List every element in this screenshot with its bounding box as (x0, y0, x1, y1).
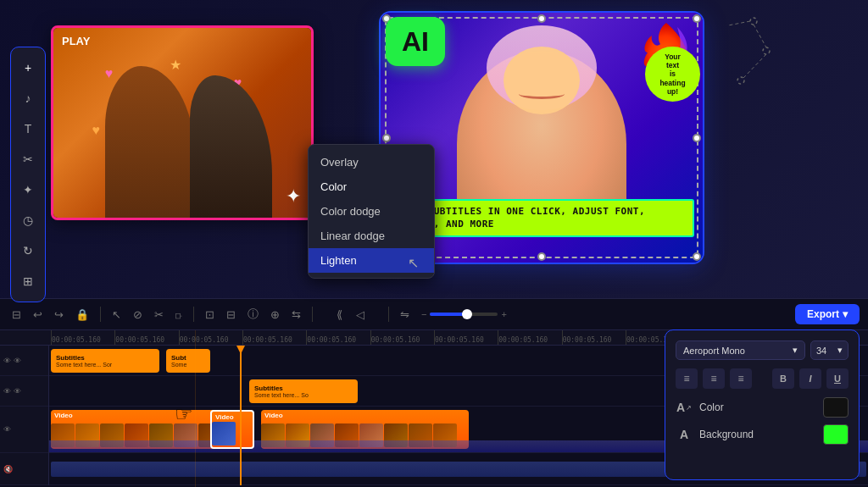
sidebar-text-icon[interactable]: T (16, 117, 40, 141)
main-controls-bar: ⊟ ↩ ↪ 🔒 ↖ ⊘ ✂ ⟥ ⊡ ⊟ ⓘ ⊕ ⇆ ⟪ ◁ ⇋ − + (0, 298, 868, 330)
video-clip-label-2: Video (264, 412, 283, 419)
undo-icon[interactable]: ↩ (30, 306, 46, 324)
font-selector-row: Aeroport Mono ▾ 34 ▾ (676, 340, 849, 360)
svg-line-3 (754, 25, 766, 47)
fire-text-bubble: Yourtextisheatingup! (645, 47, 700, 102)
ruler-mark-6: 00:00:05.160 (370, 330, 434, 345)
zoom-handle[interactable] (462, 309, 472, 319)
zoom-minus[interactable]: − (421, 309, 426, 319)
color-swatch-background[interactable] (823, 424, 849, 445)
sidebar-add-icon[interactable]: + (16, 56, 40, 80)
bg-letter-icon: A (680, 428, 688, 441)
sidebar-music-icon[interactable]: ♪ (16, 86, 40, 110)
blend-item-lighten[interactable]: Lighten ↖ (309, 248, 434, 273)
blend-item-linear-dodge[interactable]: Linear dodge (309, 224, 434, 248)
sidebar-effects-icon[interactable]: ✦ (16, 178, 40, 202)
align-center-button[interactable]: ≡ (703, 368, 725, 389)
redo-icon[interactable]: ↪ (51, 306, 67, 324)
color-row: A ↗ Color (676, 397, 849, 418)
svg-line-5 (728, 21, 750, 25)
color-icon: A ↗ (676, 399, 693, 416)
color-swatch-text[interactable] (823, 397, 849, 418)
eye-icon-2[interactable]: 👁 (14, 357, 21, 365)
align-left-button[interactable]: ≡ (676, 368, 698, 389)
color-label: Color (699, 401, 816, 413)
video-bg-couple: PLAY ♥ ♥ ♥ ♥ ♥ ★ ✦ (53, 28, 311, 218)
export-chevron: ▾ (843, 308, 848, 320)
zoom-slider[interactable] (430, 313, 498, 316)
svg-point-1 (763, 47, 770, 54)
separator-3 (312, 307, 313, 322)
sidebar-grid-icon[interactable]: ⊞ (16, 269, 40, 293)
image-icon[interactable]: ⊡ (202, 306, 218, 324)
eye-icon-3[interactable]: 👁 (3, 387, 11, 396)
separator-1 (100, 307, 101, 322)
layer-icon[interactable]: ⊕ (267, 306, 283, 324)
scissors-icon[interactable]: ✂ (151, 306, 167, 324)
blend-item-color[interactable]: Color (309, 174, 434, 199)
lock-icon[interactable]: 🔒 (72, 306, 92, 324)
zoom-plus[interactable]: + (501, 309, 506, 319)
link2-icon[interactable]: ⇋ (397, 306, 413, 324)
font-name-label: Aeroport Mono (683, 346, 745, 356)
filter-icon[interactable]: ⊟ (8, 306, 25, 324)
prev-frame-icon[interactable]: ⟪ (333, 306, 346, 324)
bold-button[interactable]: B (772, 368, 794, 389)
link-icon[interactable]: ⇆ (288, 306, 304, 324)
font-name-selector[interactable]: Aeroport Mono ▾ (676, 340, 805, 360)
thumb-sel-1 (212, 422, 236, 445)
eye-icon-4[interactable]: 👁 (14, 387, 21, 396)
video-preview-left: PLAY ♥ ♥ ♥ ♥ ♥ ★ ✦ (51, 25, 314, 220)
prev-icon[interactable]: ◁ (353, 306, 368, 324)
font-dropdown-chevron: ▾ (793, 345, 798, 356)
svg-point-2 (737, 77, 744, 84)
playhead (240, 346, 242, 485)
subtitle-clip-1[interactable]: Subtitles Some text here... Sor (51, 349, 159, 373)
ruler-mark-2: 00:00:05.160 (114, 330, 178, 345)
ai-badge: AI (386, 17, 445, 66)
crop-icon[interactable]: ⊟ (223, 306, 239, 324)
background-row: A Background (676, 424, 849, 445)
video-thumbnails-selected (212, 422, 253, 447)
sidebar-timer-icon[interactable]: ◷ (16, 208, 40, 232)
sidebar-trim-icon[interactable]: ✂ (16, 147, 40, 171)
cursor-icon[interactable]: ↖ (108, 306, 125, 324)
video-clip-label-1: Video (54, 412, 73, 419)
eye-icon-5[interactable]: 👁 (3, 425, 11, 434)
mute-icon[interactable]: 🔇 (3, 465, 13, 473)
clip-title-3: Subtitles (254, 385, 353, 392)
main-wrapper: + ♪ T ✂ ✦ ◷ ↻ ⊞ PLAY ♥ ♥ ♥ ♥ ♥ ★ ✦ Overl… (0, 0, 868, 487)
ruler-mark-1: 00:00:05.160 (51, 330, 114, 345)
underline-button[interactable]: U (826, 368, 849, 389)
svg-line-4 (743, 54, 766, 78)
ruler-mark-9: 00:00:05.160 (562, 330, 626, 345)
left-sidebar: + ♪ T ✂ ✦ ◷ ↻ ⊞ (10, 47, 46, 302)
subtitle-clip-3[interactable]: Subtitles Some text here... So (249, 379, 358, 403)
font-size-chevron: ▾ (837, 345, 843, 356)
face (504, 47, 580, 114)
export-button[interactable]: Export ▾ (795, 304, 860, 324)
color-arrow-icon: ↗ (686, 404, 692, 412)
track-label-3: 👁 (0, 407, 48, 453)
ruler-mark-5: 00:00:05.160 (306, 330, 370, 345)
info-icon[interactable]: ⓘ (244, 304, 262, 324)
smile (519, 89, 565, 99)
background-label: Background (699, 429, 816, 440)
video-clip-selected[interactable]: Video (210, 410, 254, 449)
blend-item-color-dodge[interactable]: Color dodge (309, 199, 434, 224)
slice-icon[interactable]: ⊘ (130, 306, 146, 324)
ruler-mark-4: 00:00:05.160 (242, 330, 306, 345)
background-icon: A (676, 426, 693, 443)
subtitle-clip-2[interactable]: Subt Some (166, 349, 210, 373)
track-label-2: 👁 👁 (0, 376, 48, 407)
font-size-selector[interactable]: 34 ▾ (810, 340, 849, 360)
sidebar-refresh-icon[interactable]: ↻ (16, 239, 40, 263)
ruler-mark-3: 00:00:05.160 (179, 330, 242, 345)
dashed-bracket (694, 13, 771, 89)
align-right-button[interactable]: ≡ (730, 368, 752, 389)
trim-icon[interactable]: ⟥ (172, 306, 186, 324)
italic-button[interactable]: I (799, 368, 821, 389)
blend-item-overlay[interactable]: Overlay (309, 150, 434, 174)
eye-icon-1[interactable]: 👁 (3, 357, 11, 365)
ruler-mark-8: 00:00:05.160 (498, 330, 561, 345)
